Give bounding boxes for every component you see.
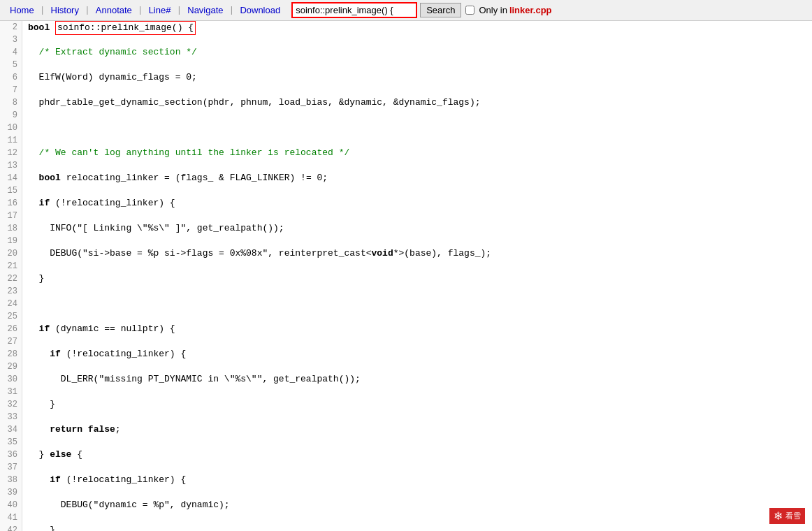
code-line: if (!relocating_linker) { [28, 474, 806, 486]
line-num: 42 [4, 524, 17, 531]
code-area: 2345678910111213141516171819202122232425… [0, 21, 812, 531]
line-num: 8 [4, 96, 17, 109]
tab-annotate[interactable]: Annotate [90, 3, 138, 17]
code-line: } [28, 524, 806, 531]
line-num: 26 [4, 323, 17, 335]
code-line: INFO("[ Linking \"%s\" ]", get_realpath(… [28, 222, 806, 235]
code-line: } [28, 272, 806, 285]
code-line: bool soinfo::prelink_image() { [28, 21, 806, 34]
code-line: phdr_table_get_dynamic_section(phdr, phn… [28, 96, 806, 109]
line-num: 4 [4, 46, 17, 59]
line-num: 29 [4, 361, 17, 373]
sep4: | [176, 5, 182, 15]
line-num: 5 [4, 59, 17, 71]
line-num: 25 [4, 310, 17, 323]
line-num: 28 [4, 348, 17, 361]
line-num: 24 [4, 298, 17, 310]
line-num: 35 [4, 436, 17, 449]
code-line: } [28, 398, 806, 411]
code-line [28, 122, 806, 134]
tab-home[interactable]: Home [4, 3, 40, 17]
code-line: /* We can't log anything until the linke… [28, 147, 806, 159]
sep3: | [138, 5, 143, 15]
line-num: 30 [4, 373, 17, 386]
code-content[interactable]: bool soinfo::prelink_image() { /* Extrac… [22, 21, 812, 531]
code-line: ElfW(Word) dynamic_flags = 0; [28, 71, 806, 84]
line-num: 14 [4, 172, 17, 184]
code-line: DL_ERR("missing PT_DYNAMIC in \"%s\"", g… [28, 373, 806, 386]
line-num: 10 [4, 122, 17, 134]
code-line: return false; [28, 423, 806, 436]
code-line: DEBUG("si->base = %p si->flags = 0x%08x"… [28, 247, 806, 260]
code-line: } else { [28, 449, 806, 461]
code-line [28, 298, 806, 310]
line-num: 23 [4, 285, 17, 298]
only-in-label: Only in [479, 5, 507, 15]
line-num: 33 [4, 411, 17, 423]
tab-history[interactable]: History [45, 3, 85, 17]
code-line: /* Extract dynamic section */ [28, 46, 806, 59]
line-num: 7 [4, 84, 17, 96]
line-num: 32 [4, 398, 17, 411]
code-line: bool relocating_linker = (flags_ & FLAG_… [28, 172, 806, 184]
sep5: | [229, 5, 235, 15]
line-num: 9 [4, 109, 17, 122]
line-num: 15 [4, 184, 17, 197]
line-num: 40 [4, 499, 17, 511]
search-button[interactable]: Search [420, 3, 461, 17]
line-num: 20 [4, 247, 17, 260]
line-num: 13 [4, 159, 17, 172]
line-num: 34 [4, 423, 17, 436]
line-num: 17 [4, 210, 17, 222]
code-line: if (!relocating_linker) { [28, 197, 806, 210]
tab-lineno[interactable]: Line# [143, 3, 177, 17]
line-numbers: 2345678910111213141516171819202122232425… [0, 21, 22, 531]
sep1: | [40, 5, 45, 15]
line-num: 6 [4, 71, 17, 84]
line-num: 36 [4, 449, 17, 461]
line-num: 27 [4, 335, 17, 348]
line-num: 22 [4, 272, 17, 285]
line-num: 21 [4, 260, 17, 272]
sep2: | [85, 5, 90, 15]
code-line: if (dynamic == nullptr) { [28, 323, 806, 335]
function-name: soinfo::prelink_image() { [55, 21, 196, 35]
line-num: 39 [4, 486, 17, 499]
line-num: 2 [4, 21, 17, 34]
line-num: 19 [4, 235, 17, 247]
line-num: 11 [4, 134, 17, 147]
linker-cpp-filename: linker.cpp [509, 5, 552, 15]
code-line: if (!relocating_linker) { [28, 348, 806, 361]
line-num: 37 [4, 461, 17, 474]
line-num: 16 [4, 197, 17, 210]
code-line: DEBUG("dynamic = %p", dynamic); [28, 499, 806, 511]
line-num: 31 [4, 386, 17, 398]
line-num: 38 [4, 474, 17, 486]
search-input[interactable] [291, 2, 417, 18]
line-num: 41 [4, 511, 17, 524]
tab-navigate[interactable]: Navigate [182, 3, 229, 17]
tab-download[interactable]: Download [234, 3, 286, 17]
only-in-checkbox[interactable] [465, 6, 474, 15]
line-num: 12 [4, 147, 17, 159]
top-bar: Home | History | Annotate | Line# | Navi… [0, 0, 812, 21]
line-num: 18 [4, 222, 17, 235]
line-num: 3 [4, 34, 17, 46]
